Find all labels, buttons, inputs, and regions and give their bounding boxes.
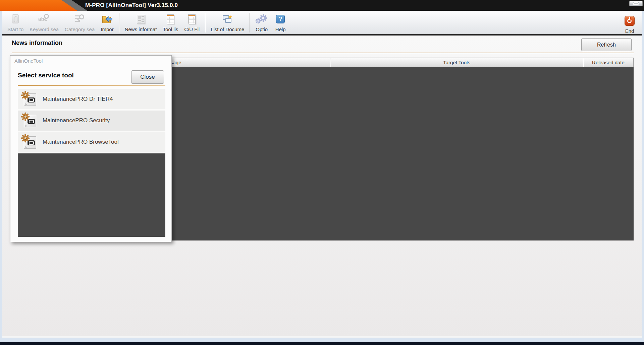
toolbar-button-label: Tool lis — [163, 26, 178, 32]
toolbar-button-label: End — [625, 28, 634, 34]
toolbar-button-label: Start to — [7, 26, 23, 32]
page-title: News information — [12, 40, 62, 47]
toolbar-button-category-search[interactable]: Category sea — [62, 11, 98, 34]
toolbar-button-help[interactable]: ? Help — [271, 11, 290, 34]
app-window: M-PRO [AllinOneTool] Ver3.15.0.0 Start t… — [0, 0, 644, 345]
gear-icon — [21, 91, 30, 100]
category-search-icon — [73, 13, 86, 25]
service-tool-item-dr-tier4[interactable]: MaintenancePRO Dr TIER4 — [18, 89, 165, 111]
toolbar-button-label: Keyword sea — [30, 26, 59, 32]
service-tool-label: MaintenancePRO BrowseTool — [43, 139, 119, 145]
dialog-heading: Select service tool — [18, 72, 74, 79]
toolbar-button-label: C/U Fil — [184, 26, 200, 32]
service-tool-item-browsetool[interactable]: MaintenancePRO BrowseTool — [18, 132, 165, 153]
toolbar-button-label: Optio — [256, 26, 268, 32]
toolbar-button-keyword-search[interactable]: abc Keyword sea — [26, 11, 62, 34]
list-of-documents-icon: ★ — [221, 13, 234, 25]
magnifier-glyph — [44, 14, 49, 19]
toolbar: Start to abc Keyword sea Category sea — [2, 11, 642, 36]
toolbar-separator — [119, 13, 119, 32]
toolbar-button-cu-file[interactable]: C/U Fil — [181, 11, 203, 34]
window-frame: Start to abc Keyword sea Category sea — [0, 11, 644, 342]
dialog-title: AllinOneTool — [14, 58, 43, 64]
minimize-icon — [633, 2, 639, 5]
window-title: M-PRO [AllinOneTool] Ver3.15.0.0 — [85, 0, 178, 11]
toolbar-separator — [205, 13, 205, 32]
toolbar-button-news-information[interactable]: News informat — [122, 11, 160, 34]
service-tool-icon — [20, 134, 38, 150]
tool-list-icon — [164, 13, 177, 25]
service-tool-item-security[interactable]: MaintenancePRO Security — [18, 111, 165, 132]
power-end-icon — [623, 15, 636, 27]
toolbar-button-list-of-documents[interactable]: ★ List of Docume — [208, 11, 247, 34]
start-tool-icon — [9, 13, 22, 25]
close-button[interactable]: Close — [131, 70, 164, 84]
toolbar-button-end[interactable]: End — [620, 11, 639, 36]
toolbar-button-label: List of Docume — [211, 26, 244, 32]
toolbar-button-label: News informat — [125, 26, 157, 32]
service-tool-label: MaintenancePRO Security — [43, 117, 110, 124]
service-tool-list: MaintenancePRO Dr TIER4 — [18, 89, 165, 237]
help-icon: ? — [274, 13, 287, 25]
options-gears-icon — [255, 13, 268, 25]
news-information-icon — [135, 13, 147, 25]
toolbar-button-tool-list[interactable]: Tool lis — [160, 11, 181, 34]
refresh-button[interactable]: Refresh — [581, 38, 632, 51]
minimize-button[interactable] — [629, 1, 643, 6]
column-header-released-date[interactable]: Released date — [583, 58, 633, 67]
dialog-heading-rule — [18, 85, 165, 86]
toolbar-button-import[interactable]: Impor — [98, 11, 116, 34]
gear-icon — [21, 134, 30, 143]
toolbar-button-label: Help — [275, 26, 286, 32]
question-glyph: ? — [276, 15, 285, 23]
service-tool-label: MaintenancePRO Dr TIER4 — [43, 96, 113, 102]
import-icon — [101, 13, 113, 25]
toolbar-button-options[interactable]: Optio — [252, 11, 271, 34]
column-header-target-tools[interactable]: Target Tools — [330, 58, 583, 67]
page-title-rule — [12, 53, 634, 53]
cu-file-icon — [185, 13, 198, 25]
titlebar: M-PRO [AllinOneTool] Ver3.15.0.0 — [0, 0, 644, 11]
service-tool-icon — [20, 91, 38, 108]
toolbar-button-start-tool[interactable]: Start to — [4, 11, 26, 34]
window-content: Start to abc Keyword sea Category sea — [2, 11, 642, 338]
star-glyph: ★ — [228, 14, 232, 19]
toolbar-separator — [250, 13, 250, 32]
service-tool-icon — [20, 112, 38, 129]
import-arrow-glyph — [105, 16, 113, 22]
gear-icon — [21, 112, 30, 121]
news-information-page: News information Refresh Message Target … — [2, 36, 642, 336]
keyword-search-icon: abc — [38, 13, 51, 25]
toolbar-button-label: Category sea — [65, 26, 95, 32]
select-service-tool-dialog: AllinOneTool Select service tool Close — [10, 55, 172, 242]
toolbar-button-label: Impor — [101, 26, 113, 32]
